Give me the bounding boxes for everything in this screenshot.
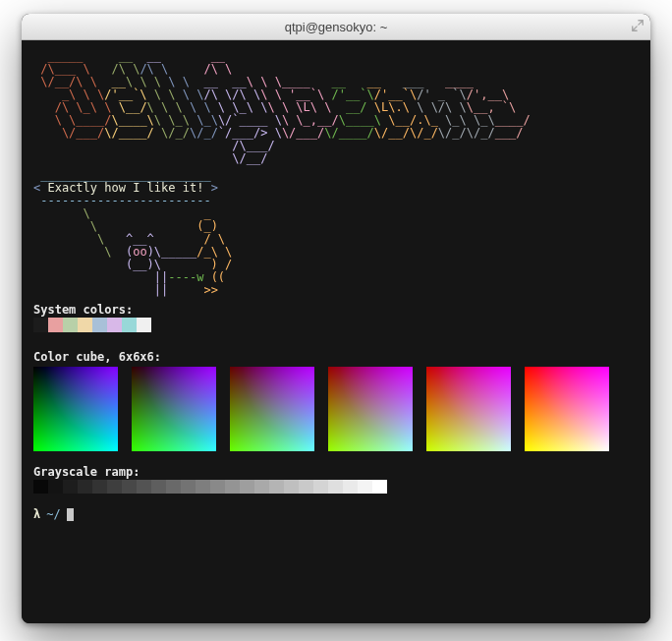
system-color-swatch xyxy=(48,318,63,332)
window-titlebar[interactable]: qtpi@gensokyo: ~ xyxy=(22,14,650,40)
color-cube-row xyxy=(33,367,639,451)
grayscale-step xyxy=(210,480,225,494)
grayscale-step xyxy=(63,480,78,494)
grayscale-step xyxy=(372,480,387,494)
grayscale-ramp xyxy=(33,480,387,494)
text-cursor xyxy=(67,508,74,521)
grayscale-step xyxy=(313,480,328,494)
grayscale-label: Grayscale ramp: xyxy=(33,465,639,479)
grayscale-step xyxy=(33,480,48,494)
color-cube-block xyxy=(230,367,314,451)
window-title: qtpi@gensokyo: ~ xyxy=(285,20,388,34)
grayscale-step xyxy=(284,480,299,494)
terminal-window: qtpi@gensokyo: ~ _____ __ __ __ /\___ \ … xyxy=(22,14,650,623)
system-color-swatch xyxy=(33,318,48,332)
system-color-swatch xyxy=(137,318,151,332)
grayscale-step xyxy=(137,480,151,494)
color-cube-block xyxy=(525,367,609,451)
system-colors-label: System colors: xyxy=(33,303,639,317)
grayscale-step xyxy=(240,480,254,494)
grayscale-step xyxy=(225,480,240,494)
grayscale-step xyxy=(196,480,210,494)
grayscale-step xyxy=(166,480,181,494)
terminal-body[interactable]: _____ __ __ __ /\___ \ /\ \/\ \ /\ \ \/_… xyxy=(22,40,650,623)
prompt-line[interactable]: λ ~/ xyxy=(33,507,639,521)
color-cube-block xyxy=(132,367,216,451)
grayscale-step xyxy=(181,480,196,494)
grayscale-step xyxy=(78,480,92,494)
grayscale-step xyxy=(48,480,63,494)
grayscale-step xyxy=(254,480,269,494)
grayscale-step xyxy=(107,480,122,494)
system-color-swatch xyxy=(78,318,92,332)
system-color-swatch xyxy=(107,318,122,332)
color-cube-block xyxy=(426,367,511,451)
grayscale-step xyxy=(92,480,107,494)
system-colors-row xyxy=(33,318,639,332)
system-color-swatch xyxy=(63,318,78,332)
system-color-swatch xyxy=(122,318,137,332)
grayscale-step xyxy=(343,480,358,494)
system-color-swatch xyxy=(92,318,107,332)
prompt-path: ~/ xyxy=(46,507,60,521)
grayscale-step xyxy=(151,480,166,494)
speech-bubble-text: Exactly how I like it! xyxy=(47,181,203,195)
maximize-icon[interactable] xyxy=(631,19,644,32)
prompt-symbol: λ xyxy=(33,507,40,521)
grayscale-step xyxy=(299,480,313,494)
ascii-banner: _____ __ __ __ /\___ \ /\ \/\ \ /\ \ \/_… xyxy=(33,50,639,165)
color-cube-label: Color cube, 6x6x6: xyxy=(33,350,639,364)
grayscale-step xyxy=(122,480,137,494)
grayscale-step xyxy=(328,480,343,494)
grayscale-step xyxy=(269,480,284,494)
ascii-cowsay: ________________________ < Exactly how I… xyxy=(33,169,639,297)
grayscale-step xyxy=(358,480,372,494)
color-cube-block xyxy=(33,367,118,451)
color-cube-block xyxy=(328,367,413,451)
